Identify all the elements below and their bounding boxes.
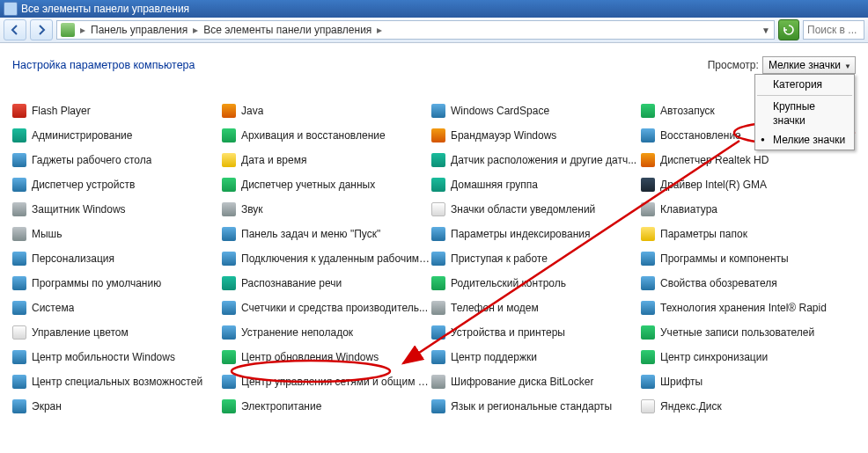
view-dropdown[interactable]: Мелкие значки Категория Крупные значки М… xyxy=(762,56,856,74)
cp-system-icon xyxy=(12,301,26,315)
cp-sensors-label: Датчик расположения и другие датч... xyxy=(451,154,636,166)
view-option-large[interactable]: Крупные значки xyxy=(755,97,854,130)
cp-folder-options-icon xyxy=(641,227,655,241)
breadcrumb-2[interactable]: Все элементы панели управления xyxy=(203,24,371,36)
view-option-category[interactable]: Категория xyxy=(755,75,854,94)
cp-network-sharing[interactable]: Центр управления сетями и общим д... xyxy=(222,369,431,394)
dropdown-icon[interactable]: ▼ xyxy=(761,26,770,35)
cp-color-mgmt[interactable]: Управление цветом xyxy=(12,320,222,345)
cp-recovery-label: Восстановление xyxy=(660,129,741,142)
cp-notification-icons[interactable]: Значки области уведомлений xyxy=(431,197,641,222)
cp-java-label: Java xyxy=(241,105,263,117)
forward-button[interactable] xyxy=(30,19,53,40)
view-current: Мелкие значки xyxy=(769,59,841,71)
cp-network-sharing-label: Центр управления сетями и общим д... xyxy=(241,376,431,388)
cp-taskbar-label: Панель задач и меню "Пуск" xyxy=(241,228,380,240)
cp-devices-printers[interactable]: Устройства и принтеры xyxy=(431,320,641,345)
cp-internet-options-label: Свойства обозревателя xyxy=(660,277,777,289)
cp-folder-options[interactable]: Параметры папок xyxy=(641,222,850,246)
cp-performance[interactable]: Счетчики и средства производитель... xyxy=(222,296,431,320)
cp-fonts[interactable]: Шрифты xyxy=(641,369,850,394)
cp-getting-started[interactable]: Приступая к работе xyxy=(431,246,641,271)
address-bar[interactable]: ▸ Панель управления ▸ Все элементы панел… xyxy=(56,20,775,40)
cp-color-mgmt-icon xyxy=(12,325,26,340)
cp-java-icon xyxy=(222,104,236,118)
cp-java[interactable]: Java xyxy=(222,99,431,123)
cp-intel-gma[interactable]: Драйвер Intel(R) GMA xyxy=(641,172,850,197)
cp-personalization-icon xyxy=(12,252,26,266)
cp-system[interactable]: Система xyxy=(12,296,222,320)
cp-device-manager-icon xyxy=(12,178,26,192)
cp-default-programs[interactable]: Программы по умолчанию xyxy=(12,271,222,296)
cp-personalization[interactable]: Персонализация xyxy=(12,246,222,271)
cp-speech[interactable]: Распознавание речи xyxy=(222,271,431,296)
cp-credentials-icon xyxy=(222,178,236,192)
cp-homegroup[interactable]: Домашняя группа xyxy=(431,172,641,197)
cp-datetime[interactable]: Дата и время xyxy=(222,148,431,172)
cp-power[interactable]: Электропитание xyxy=(222,394,431,419)
cp-gadgets[interactable]: Гаджеты рабочего стола xyxy=(12,148,222,172)
cp-action-center-label: Центр поддержки xyxy=(451,351,537,363)
cp-internet-options[interactable]: Свойства обозревателя xyxy=(641,271,850,296)
cp-cardspace[interactable]: Windows CardSpace xyxy=(431,99,641,123)
breadcrumb-1[interactable]: Панель управления xyxy=(91,24,188,36)
cp-homegroup-label: Домашняя группа xyxy=(451,179,538,191)
cp-mobility[interactable]: Центр мобильности Windows xyxy=(12,345,222,369)
cp-defender[interactable]: Защитник Windows xyxy=(12,197,222,222)
cp-phone-modem[interactable]: Телефон и модем xyxy=(431,296,641,320)
cp-indexing[interactable]: Параметры индексирования xyxy=(431,222,641,246)
cp-getting-started-icon xyxy=(431,252,445,266)
cp-mobility-label: Центр мобильности Windows xyxy=(32,351,175,363)
cp-flash-player[interactable]: Flash Player xyxy=(12,99,222,123)
cp-admin-tools[interactable]: Администрирование xyxy=(12,123,222,148)
cp-sensors[interactable]: Датчик расположения и другие датч... xyxy=(431,148,641,172)
cp-sound[interactable]: Звук xyxy=(222,197,431,222)
cp-bitlocker[interactable]: Шифрование диска BitLocker xyxy=(431,369,641,394)
refresh-button[interactable] xyxy=(778,19,799,40)
cp-mouse-label: Мышь xyxy=(32,228,63,240)
cp-fonts-label: Шрифты xyxy=(660,376,702,388)
cp-credentials[interactable]: Диспетчер учетных данных xyxy=(222,172,431,197)
cp-windows-update[interactable]: Центр обновления Windows xyxy=(222,345,431,369)
cp-admin-tools-label: Администрирование xyxy=(32,129,132,142)
cp-realtek[interactable]: Диспетчер Realtek HD xyxy=(641,148,850,172)
cp-taskbar[interactable]: Панель задач и меню "Пуск" xyxy=(222,222,431,246)
cp-yandex-disk[interactable]: Яндекс.Диск xyxy=(641,394,850,419)
cp-device-manager[interactable]: Диспетчер устройств xyxy=(12,172,222,197)
cp-parental[interactable]: Родительский контроль xyxy=(431,271,641,296)
back-button[interactable] xyxy=(4,19,26,40)
cp-remote-desktop[interactable]: Подключения к удаленным рабочим с... xyxy=(222,246,431,271)
cp-ease-of-access[interactable]: Центр специальных возможностей xyxy=(12,369,222,394)
cp-programs[interactable]: Программы и компоненты xyxy=(641,246,850,271)
view-dropdown-menu: Категория Крупные значки Мелкие значки xyxy=(754,74,855,150)
cp-intel-rapid[interactable]: Технология хранения Intel® Rapid xyxy=(641,296,850,320)
cp-speech-label: Распознавание речи xyxy=(241,277,342,289)
cp-color-mgmt-label: Управление цветом xyxy=(32,326,129,339)
cp-firewall[interactable]: Брандмауэр Windows xyxy=(431,123,641,148)
refresh-icon xyxy=(783,25,794,35)
cp-phone-modem-icon xyxy=(431,301,445,315)
cp-device-manager-label: Диспетчер устройств xyxy=(32,179,135,191)
cp-sync-center[interactable]: Центр синхронизации xyxy=(641,345,850,369)
menu-separator xyxy=(757,95,852,96)
view-option-small[interactable]: Мелкие значки xyxy=(755,130,854,150)
cp-troubleshooting[interactable]: Устранение неполадок xyxy=(222,320,431,345)
cp-action-center[interactable]: Центр поддержки xyxy=(431,345,641,369)
cp-display-label: Экран xyxy=(32,400,62,413)
cp-mouse[interactable]: Мышь xyxy=(12,222,222,246)
cp-display-icon xyxy=(12,399,26,413)
cp-region-language-label: Язык и региональные стандарты xyxy=(451,400,612,413)
cp-backup-restore[interactable]: Архивация и восстановление xyxy=(222,123,431,148)
window-title: Все элементы панели управления xyxy=(21,3,189,15)
cp-yandex-disk-icon xyxy=(641,399,655,413)
cp-display[interactable]: Экран xyxy=(12,394,222,419)
search-input[interactable]: Поиск в ... xyxy=(803,20,864,40)
cp-defender-icon xyxy=(12,202,26,216)
cp-notification-icons-icon xyxy=(431,202,445,216)
cp-keyboard[interactable]: Клавиатура xyxy=(641,197,850,222)
cp-region-language[interactable]: Язык и региональные стандарты xyxy=(431,394,641,419)
cp-speech-icon xyxy=(222,276,236,290)
cp-user-accounts[interactable]: Учетные записи пользователей xyxy=(641,320,850,345)
cp-notification-icons-label: Значки области уведомлений xyxy=(451,203,595,216)
cp-mouse-icon xyxy=(12,227,26,241)
